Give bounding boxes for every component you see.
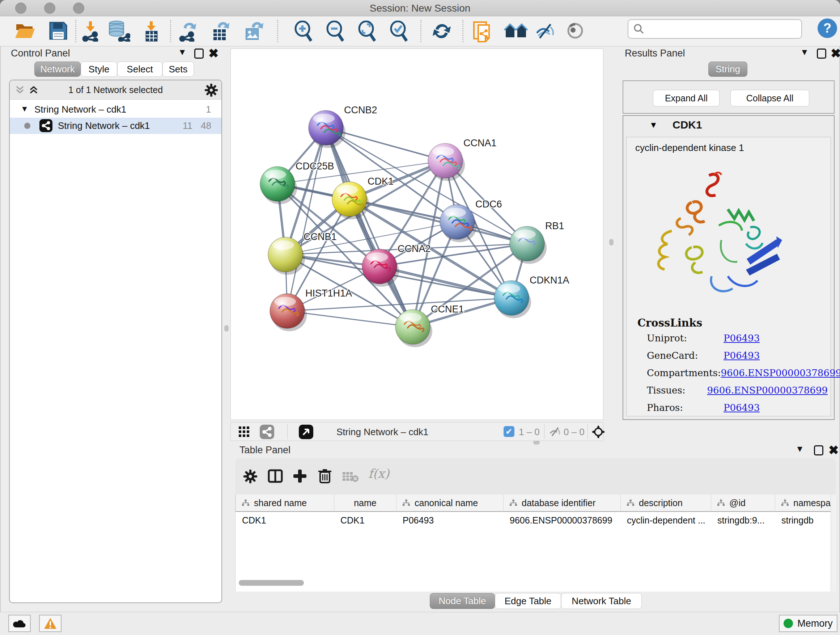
node-table[interactable]: shared nameCDK1nameCDK1canonical nameP06…	[235, 494, 831, 592]
node-CCNB2[interactable]: CCNB2	[309, 105, 377, 148]
open-in-view-icon[interactable]	[299, 424, 313, 439]
column-header-shared-name[interactable]: shared name	[235, 494, 334, 512]
collapse-all-button[interactable]: Collapse All	[730, 90, 809, 106]
tab-node-table[interactable]: Node Table	[430, 593, 495, 609]
column-header-database-identifier[interactable]: database identifier	[503, 494, 621, 512]
footer-network-name: String Network – cdk1	[336, 426, 428, 438]
collection-expand-icon[interactable]: ▼	[21, 104, 28, 114]
cloud-status-button[interactable]	[8, 615, 31, 632]
toolbar-separator	[75, 20, 76, 42]
import-network-file-icon[interactable]	[80, 21, 101, 42]
import-table-file-icon[interactable]	[141, 21, 161, 42]
export-network-icon[interactable]	[178, 21, 198, 42]
crosslink-link[interactable]: P06493	[723, 350, 760, 361]
gene-section-collapse-icon[interactable]: ▼	[649, 120, 658, 130]
network-row-selected[interactable]: String Network – cdk1 11 48	[10, 118, 221, 134]
crosslink-link[interactable]: P06493	[723, 333, 760, 344]
node-CDK1[interactable]: CDK1	[332, 176, 393, 219]
results-panel-float-icon[interactable]	[817, 49, 826, 59]
warnings-button[interactable]	[39, 615, 62, 632]
cell-canonical-name[interactable]: P06493	[396, 512, 503, 529]
birdseye-grid-icon[interactable]	[239, 426, 249, 437]
column-header--id[interactable]: @id	[711, 494, 775, 512]
hide-panel-eye-slash-icon[interactable]	[535, 21, 556, 41]
tab-select[interactable]: Select	[117, 62, 163, 77]
delete-table-icon-disabled	[342, 470, 359, 483]
cell-shared-name[interactable]: CDK1	[235, 512, 334, 529]
node-CDC25B[interactable]: CDC25B	[260, 161, 334, 204]
crosslink-link[interactable]: 9606.ENSP00000378699	[721, 367, 840, 378]
open-session-icon[interactable]	[14, 21, 35, 41]
save-session-icon[interactable]	[49, 21, 68, 41]
network-options-gear-icon[interactable]	[204, 83, 218, 97]
tab-network-table[interactable]: Network Table	[561, 593, 642, 609]
table-horizontal-scrollbar[interactable]	[239, 580, 304, 586]
selected-nodes-checkbox-icon[interactable]: ✔	[504, 426, 515, 437]
network-share-icon[interactable]	[260, 424, 274, 439]
tab-style[interactable]: Style	[81, 62, 117, 77]
table-panel-float-icon[interactable]	[814, 445, 823, 455]
share-document-icon[interactable]	[472, 21, 494, 43]
column-header-namespace[interactable]: namespace	[775, 494, 831, 512]
export-table-icon[interactable]	[210, 21, 232, 42]
tab-network[interactable]: Network	[34, 62, 81, 77]
table-vertical-scrollbar[interactable]	[831, 494, 836, 592]
show-columns-icon[interactable]	[268, 469, 283, 484]
results-panel-close-icon[interactable]: ✖	[831, 49, 840, 58]
cell-name[interactable]: CDK1	[334, 512, 396, 529]
results-panel-collapse-icon[interactable]: ▼	[800, 47, 809, 57]
column-header-name[interactable]: name	[334, 494, 396, 512]
zoom-in-icon[interactable]	[294, 21, 314, 42]
string-network-graph[interactable]: CCNB2CCNA1CDC25BCDK1CDC6RB1CCNB1CCNA2CDK…	[231, 49, 603, 420]
crosslink-link[interactable]: 9606.ENSP00000378699	[707, 385, 828, 396]
network-view-canvas[interactable]: CCNB2CCNA1CDC25BCDK1CDC6RB1CCNB1CCNA2CDK…	[231, 49, 603, 420]
table-options-gear-icon[interactable]	[243, 469, 257, 484]
memory-button[interactable]: Memory	[779, 615, 837, 632]
help-button[interactable]: ?	[818, 19, 837, 38]
refresh-icon[interactable]	[431, 21, 452, 42]
tab-edge-table[interactable]: Edge Table	[495, 593, 561, 609]
node-CCNA1[interactable]: CCNA1	[428, 138, 497, 181]
network-collection-row[interactable]: ▼ String Network – cdk1 1	[10, 101, 221, 118]
show-panel-eye-icon[interactable]	[565, 21, 587, 41]
cell-namespace[interactable]: stringdb	[775, 512, 831, 529]
left-splitter-handle[interactable]	[224, 325, 229, 332]
export-image-icon[interactable]	[243, 21, 264, 42]
control-panel-float-icon[interactable]	[194, 49, 204, 59]
column-header-description[interactable]: description	[621, 494, 711, 512]
cell-database-identifier[interactable]: 9606.ENSP00000378699	[503, 512, 621, 529]
cell--id[interactable]: stringdb:9...	[711, 512, 775, 529]
selected-counts: 1 – 0	[519, 426, 540, 438]
node-CDKN1A[interactable]: CDKN1A	[494, 275, 569, 318]
add-column-plus-icon[interactable]	[292, 469, 308, 484]
tab-string-results[interactable]: String	[708, 62, 747, 77]
tab-sets[interactable]: Sets	[163, 62, 194, 77]
delete-column-trash-icon[interactable]	[317, 468, 332, 484]
expand-all-button[interactable]: Expand All	[653, 90, 720, 106]
column-header-canonical-name[interactable]: canonical name	[396, 494, 503, 512]
table-toolbar: f(x)	[235, 458, 836, 494]
crosslink-row: GeneCard:P06493	[647, 350, 828, 361]
cell-description[interactable]: cyclin-dependent ...	[621, 512, 711, 529]
zoom-selected-icon[interactable]	[389, 21, 409, 42]
search-input[interactable]	[648, 21, 798, 36]
node-RB1[interactable]: RB1	[510, 220, 564, 264]
memory-label: Memory	[797, 618, 833, 629]
memory-status-dot	[783, 619, 793, 628]
control-panel-close-icon[interactable]: ✖	[208, 49, 219, 58]
node-label-CDC25B: CDC25B	[295, 161, 334, 172]
import-network-database-icon[interactable]	[107, 21, 130, 42]
footer-separator	[587, 424, 588, 439]
zoom-fit-icon[interactable]	[357, 21, 378, 42]
control-panel-collapse-icon[interactable]: ▼	[178, 47, 187, 57]
table-panel-close-icon[interactable]: ✖	[829, 445, 839, 455]
right-splitter-handle[interactable]	[609, 239, 614, 245]
title-bar: Session: New Session	[0, 0, 840, 16]
table-panel-collapse-icon[interactable]: ▼	[796, 444, 804, 454]
pan-crosshair-icon[interactable]	[592, 425, 605, 439]
crosslink-link[interactable]: P06493	[723, 402, 760, 413]
home-networks-icon[interactable]	[504, 21, 528, 41]
zoom-out-icon[interactable]	[325, 21, 346, 42]
results-gene-section: ▼ CDK1 cyclin-dependent kinase 1	[622, 115, 835, 420]
crosslink-label: Compartments:	[647, 367, 721, 378]
